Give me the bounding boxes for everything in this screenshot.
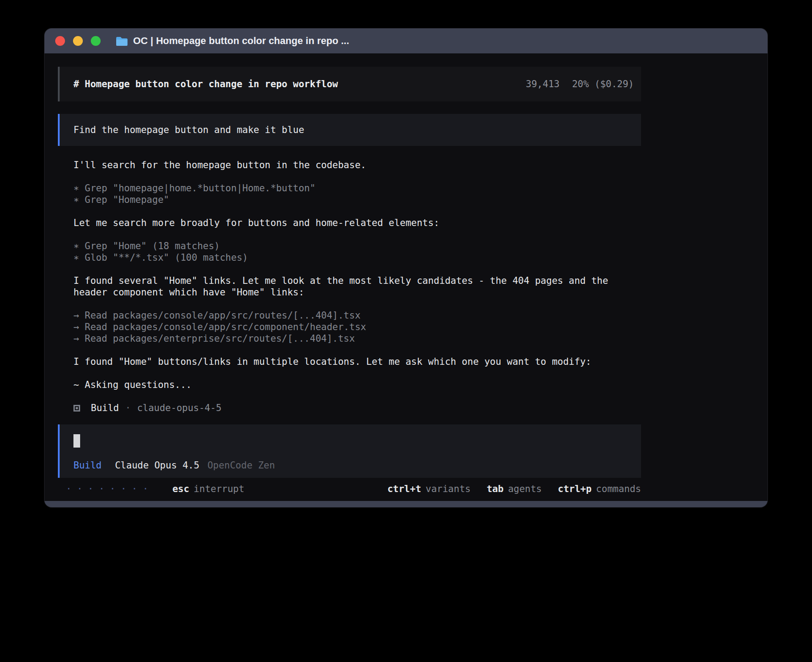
provider-label: OpenCode Zen bbox=[207, 460, 275, 471]
status-bar: ········ escinterrupt ctrl+tvariants tab… bbox=[58, 483, 641, 495]
window-title: OC | Homepage button color change in rep… bbox=[133, 35, 349, 47]
agent-name: Build bbox=[91, 402, 119, 414]
esc-key-hint: esc bbox=[172, 484, 189, 494]
tool-call-read: → Read packages/console/app/src/componen… bbox=[73, 321, 641, 333]
session-header: # Homepage button color change in repo w… bbox=[58, 67, 641, 101]
agent-status-line: Build · claude-opus-4-5 bbox=[73, 402, 641, 414]
agent-model: claude-opus-4-5 bbox=[137, 402, 222, 414]
tool-call-read: → Read packages/enterprise/src/routes/[.… bbox=[73, 333, 641, 344]
token-count: 39,413 bbox=[526, 79, 560, 89]
assistant-text: I found "Home" buttons/links in multiple… bbox=[73, 356, 641, 367]
spinner-dots: ········ bbox=[66, 483, 154, 495]
assistant-text: Let me search more broadly for buttons a… bbox=[73, 217, 641, 229]
context-usage: 20% ($0.29) bbox=[572, 79, 634, 89]
mode-badge: Build bbox=[73, 460, 102, 471]
terminal-window: OC | Homepage button color change in rep… bbox=[45, 28, 767, 507]
window-controls bbox=[55, 36, 101, 46]
input-meta: Build Claude Opus 4.5 OpenCode Zen bbox=[73, 460, 627, 471]
assistant-text: I found several "Home" links. Let me loo… bbox=[73, 275, 641, 298]
session-title: # Homepage button color change in repo w… bbox=[73, 79, 338, 89]
text-cursor bbox=[73, 434, 80, 448]
tool-call-grep: ∗ Grep "Home" (18 matches) bbox=[73, 240, 641, 252]
prompt-input[interactable]: Build Claude Opus 4.5 OpenCode Zen bbox=[58, 424, 641, 478]
shortcut-agents: tabagents bbox=[487, 483, 542, 495]
zoom-button[interactable] bbox=[91, 36, 101, 46]
shortcut-commands: ctrl+pcommands bbox=[558, 483, 641, 495]
tool-call-grep: ∗ Grep "Homepage" bbox=[73, 194, 641, 206]
shortcut-variants: ctrl+tvariants bbox=[387, 483, 471, 495]
close-button[interactable] bbox=[55, 36, 65, 46]
folder-icon bbox=[116, 36, 128, 46]
model-label: Claude Opus 4.5 bbox=[115, 460, 199, 471]
user-message-text: Find the homepage button and make it blu… bbox=[73, 125, 304, 135]
agent-icon bbox=[73, 405, 80, 412]
tool-call-glob: ∗ Glob "**/*.tsx" (100 matches) bbox=[73, 252, 641, 263]
tool-call-grep: ∗ Grep "homepage|home.*button|Home.*butt… bbox=[73, 182, 641, 194]
asking-status: ~ Asking questions... bbox=[73, 379, 641, 391]
user-message: Find the homepage button and make it blu… bbox=[58, 114, 641, 146]
tool-call-read: → Read packages/console/app/src/routes/[… bbox=[73, 310, 641, 321]
assistant-text: I'll search for the homepage button in t… bbox=[73, 159, 641, 171]
titlebar[interactable]: OC | Homepage button color change in rep… bbox=[45, 28, 767, 53]
minimize-button[interactable] bbox=[73, 36, 83, 46]
assistant-output: I'll search for the homepage button in t… bbox=[73, 159, 641, 414]
terminal-body: # Homepage button color change in repo w… bbox=[45, 53, 767, 501]
esc-key-label: interrupt bbox=[194, 484, 244, 494]
separator-dot: · bbox=[125, 402, 131, 414]
